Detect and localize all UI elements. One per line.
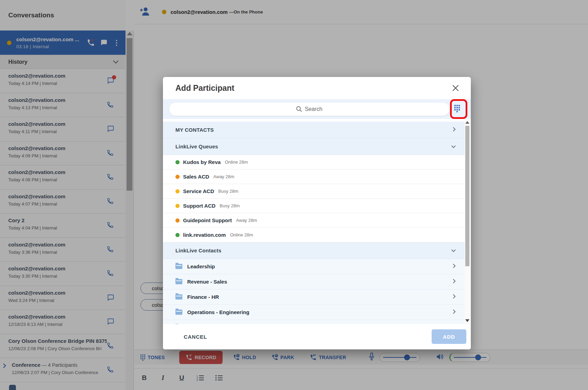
queue-status: Busy 28m xyxy=(218,189,239,194)
cancel-button[interactable]: CANCEL xyxy=(184,334,207,340)
folder-name: Revenue - Sales xyxy=(187,279,227,285)
my-contacts-label: MY CONTACTS xyxy=(175,127,214,133)
search-input[interactable]: Search xyxy=(169,103,449,116)
queue-status: Online 28m xyxy=(230,232,253,237)
folder-icon xyxy=(175,279,182,284)
contact-folder-row[interactable]: Revenue - Sales xyxy=(163,274,465,289)
contacts-label: LinkLive Contacts xyxy=(175,248,222,253)
dialog-title: Add Participant xyxy=(175,84,451,93)
presence-dot xyxy=(175,160,180,164)
queue-status: Online 28m xyxy=(225,159,248,165)
chevron-down-icon xyxy=(451,248,456,254)
presence-dot xyxy=(175,218,180,223)
folder-name: Operations - Engineering xyxy=(187,309,249,315)
modal-scrollbar[interactable] xyxy=(465,119,470,324)
folder-icon xyxy=(175,264,182,269)
queue-name: Guidepoint Support xyxy=(183,217,232,223)
app-window: Conversations colson2@revation.com ... 0… xyxy=(0,0,588,390)
queue-row[interactable]: Guidepoint Support Away 28m xyxy=(163,213,465,228)
presence-dot xyxy=(175,204,180,208)
queue-name: Support ACD xyxy=(183,203,216,209)
folder-name: Finance - HR xyxy=(187,294,219,300)
chevron-right-icon xyxy=(453,263,456,270)
search-placeholder: Search xyxy=(305,106,322,112)
queue-row[interactable]: link.revation.com Online 28m xyxy=(163,228,465,242)
queue-row[interactable]: Sales ACD Away 28m xyxy=(163,170,465,184)
chevron-down-icon xyxy=(451,144,456,150)
scroll-up-arrow-icon[interactable] xyxy=(465,121,469,124)
add-participant-dialog: Add Participant Search MY CONTACTS xyxy=(163,77,471,349)
scroll-down-arrow-icon[interactable] xyxy=(465,319,469,322)
search-band: Search xyxy=(163,99,471,119)
chevron-right-icon xyxy=(453,309,456,315)
dialog-footer: CANCEL ADD xyxy=(163,324,471,349)
modal-scrollbar-thumb[interactable] xyxy=(465,126,469,266)
queue-status: Away 28m xyxy=(236,218,257,223)
queues-label: LinkLive Queues xyxy=(175,144,218,149)
folder-icon xyxy=(175,310,182,315)
queue-name: link.revation.com xyxy=(183,232,226,238)
queue-name: Service ACD xyxy=(183,188,214,194)
folder-icon xyxy=(175,294,182,300)
queue-name: Sales ACD xyxy=(183,174,209,180)
queue-status: Away 28m xyxy=(213,174,234,179)
dialpad-icon[interactable] xyxy=(454,105,460,114)
chevron-right-icon xyxy=(453,279,456,285)
chevron-right-icon xyxy=(453,127,456,133)
contacts-list: MY CONTACTS LinkLive Queues Kudos by Rev… xyxy=(163,119,465,324)
contact-folder-row[interactable]: Operations - Engineering xyxy=(163,305,465,320)
chevron-right-icon xyxy=(453,294,456,300)
queue-status: Busy 28m xyxy=(220,203,240,208)
add-button[interactable]: ADD xyxy=(432,329,466,344)
queue-row[interactable]: Kudos by Reva Online 28m xyxy=(163,155,465,170)
contact-folder-row[interactable]: Leadership xyxy=(163,259,465,274)
presence-dot xyxy=(175,233,180,237)
presence-dot xyxy=(175,175,180,179)
queue-row[interactable]: Service ACD Busy 28m xyxy=(163,184,465,199)
my-contacts-section[interactable]: MY CONTACTS xyxy=(163,122,465,138)
close-icon[interactable] xyxy=(451,83,460,93)
folder-name: Leadership xyxy=(187,263,215,269)
linklive-queues-section[interactable]: LinkLive Queues xyxy=(163,138,465,155)
contact-folder-row-partial[interactable] xyxy=(163,320,465,324)
queue-name: Kudos by Reva xyxy=(183,159,220,165)
contact-folder-row[interactable]: Finance - HR xyxy=(163,289,465,305)
queue-row[interactable]: Support ACD Busy 28m xyxy=(163,199,465,213)
search-icon xyxy=(296,106,302,112)
presence-dot xyxy=(175,189,180,193)
linklive-contacts-section[interactable]: LinkLive Contacts xyxy=(163,242,465,259)
